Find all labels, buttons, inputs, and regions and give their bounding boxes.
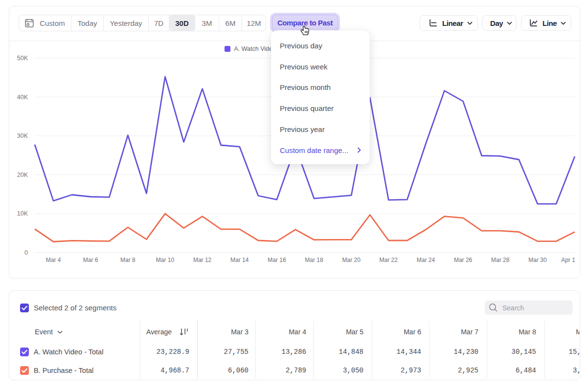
svg-text:Mar 26: Mar 26 <box>454 257 473 263</box>
svg-text:Mar 10: Mar 10 <box>156 257 175 263</box>
svg-text:Mar 4: Mar 4 <box>46 257 61 263</box>
svg-text:Mar 30: Mar 30 <box>528 257 547 263</box>
svg-text:Mar 24: Mar 24 <box>417 257 435 263</box>
svg-text:Mar 22: Mar 22 <box>380 257 398 263</box>
svg-text:10K: 10K <box>17 210 28 217</box>
svg-text:Mar 28: Mar 28 <box>491 257 510 263</box>
svg-text:Mar 18: Mar 18 <box>305 257 323 263</box>
svg-text:Mar 6: Mar 6 <box>83 257 98 263</box>
svg-text:50K: 50K <box>17 55 28 62</box>
svg-text:0: 0 <box>24 249 28 256</box>
svg-text:30K: 30K <box>17 132 28 139</box>
svg-text:Mar 8: Mar 8 <box>120 257 135 263</box>
svg-text:Mar 16: Mar 16 <box>268 257 286 263</box>
svg-text:Apr 1: Apr 1 <box>561 257 575 263</box>
svg-text:Mar 12: Mar 12 <box>193 257 212 263</box>
svg-text:20K: 20K <box>17 172 28 178</box>
svg-text:Mar 20: Mar 20 <box>342 257 361 263</box>
svg-text:40K: 40K <box>17 94 28 101</box>
svg-text:Mar 14: Mar 14 <box>230 257 249 263</box>
